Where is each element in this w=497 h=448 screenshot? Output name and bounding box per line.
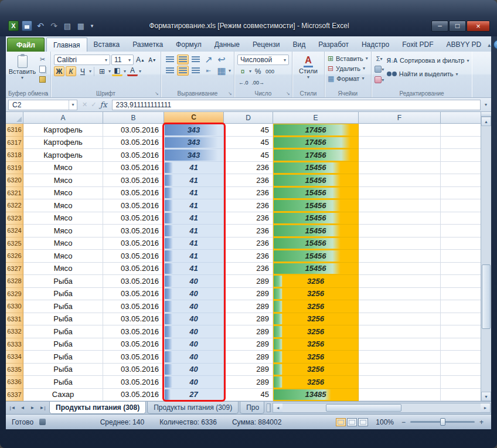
ribbon-tab[interactable]: Надстро [355,38,396,52]
align-bottom-icon[interactable] [190,55,202,65]
cell-date[interactable]: 03.05.2016 [103,313,164,326]
toolbar-grid-icon[interactable]: ▦ [76,21,86,31]
zoom-out-icon[interactable]: − [400,418,407,426]
comma-format-icon[interactable]: 000 [264,66,275,76]
row-header-6326[interactable]: 6326 [6,250,23,263]
format-cells-button[interactable]: ▦ Формат▾ [328,73,368,83]
prev-sheet-icon[interactable]: ◄ [18,403,27,412]
cell-d[interactable]: 289 [224,313,273,326]
paste-button[interactable]: Вставить ▾ [9,53,36,84]
cell-d[interactable]: 289 [224,275,273,288]
cell-e[interactable]: 15456 [273,187,359,200]
zoom-track[interactable] [410,421,475,423]
cell-e[interactable]: 15456 [273,225,359,237]
cell-d[interactable]: 236 [224,250,273,263]
cell-d[interactable]: 45 [224,137,273,150]
cell-d[interactable]: 289 [224,364,273,376]
cell-e[interactable]: 3256 [273,325,359,338]
cell-e[interactable]: 15456 [273,199,359,212]
cell-e[interactable]: 15456 [273,250,359,263]
scroll-right-icon[interactable]: ► [481,403,490,412]
cell-filler[interactable] [441,288,481,301]
vertical-scroll-thumb[interactable] [482,264,491,329]
macro-record-icon[interactable] [39,419,46,425]
cell-f[interactable] [359,162,441,175]
cell-filler[interactable] [441,313,481,326]
wrap-text-icon[interactable]: ↩ [216,55,227,65]
page-break-view-icon[interactable] [358,418,368,426]
alignment-dialog-launcher-icon[interactable]: ↘ [228,91,233,96]
row-header-6335[interactable]: 6335 [6,364,23,376]
row-header-6322[interactable]: 6322 [6,199,23,212]
fill-icon[interactable]: ▾ [375,65,384,74]
number-format-select[interactable]: Числовой▾ [237,55,289,65]
cell-d[interactable]: 45 [224,149,273,162]
percent-format-icon[interactable]: % [253,66,263,76]
next-sheet-icon[interactable]: ► [28,403,37,412]
cell-c-selected[interactable]: 343 [164,137,224,150]
styles-button[interactable]: А Стили ▾ [295,53,321,80]
cell-f[interactable] [359,124,441,137]
cell-filler[interactable] [441,237,481,250]
cell-d[interactable]: 289 [224,338,273,351]
cell-d[interactable]: 289 [224,288,273,301]
cell-product[interactable]: Мясо [23,237,103,250]
cell-c-selected[interactable]: 40 [164,338,224,351]
horizontal-scrollbar[interactable]: ◄ ► [273,403,491,413]
cell-product[interactable]: Картофель [23,124,103,137]
align-top-icon[interactable] [164,55,176,65]
cell-date[interactable]: 03.05.2016 [103,389,164,402]
cell-date[interactable]: 03.05.2016 [103,300,164,313]
sheet-tab[interactable]: Продукты питания (309) [147,402,239,414]
sort-filter-button[interactable]: Я↓А Сортировка и фильтр▾ [387,55,469,66]
first-sheet-icon[interactable]: |◄ [8,403,17,412]
sheet-tab[interactable]: Про [240,402,264,414]
format-painter-icon[interactable] [38,74,47,84]
row-header-6328[interactable]: 6328 [6,275,23,288]
cell-c-selected[interactable]: 41 [164,237,224,250]
cell-filler[interactable] [441,187,481,200]
row-header-6317[interactable]: 6317 [6,137,23,150]
cell-e[interactable]: 3256 [273,288,359,301]
cell-date[interactable]: 03.05.2016 [103,212,164,225]
cell-f[interactable] [359,263,441,276]
cell-date[interactable]: 03.05.2016 [103,124,164,137]
cell-product[interactable]: Сахар [23,389,103,402]
ribbon-tab[interactable]: Рецензи [246,38,286,52]
row-header-6324[interactable]: 6324 [6,225,23,237]
cell-f[interactable] [359,225,441,237]
insert-function-icon[interactable]: ƒx [100,100,107,109]
row-header-6337[interactable]: 6337 [6,389,23,402]
bold-button[interactable]: Ж [54,66,64,76]
cell-d[interactable]: 236 [224,174,273,187]
qat-dropdown-icon[interactable]: ▾ [89,21,95,31]
restore-button[interactable]: □ [449,21,466,32]
cell-filler[interactable] [441,225,481,237]
decrease-decimal-icon[interactable]: .00→ [250,77,265,87]
cell-e[interactable]: 17456 [273,137,359,150]
cell-d[interactable]: 236 [224,162,273,175]
cell-product[interactable]: Рыба [23,364,103,376]
cell-filler[interactable] [441,351,481,364]
cell-filler[interactable] [441,325,481,338]
cell-product[interactable]: Рыба [23,351,103,364]
toolbar-table-icon[interactable]: ▤ [62,21,73,31]
cell-date[interactable]: 03.05.2016 [103,162,164,175]
row-header-6336[interactable]: 6336 [6,376,23,389]
cell-date[interactable]: 03.05.2016 [103,137,164,150]
close-button[interactable]: × [467,21,490,32]
row-header-6316[interactable]: 6316 [6,124,23,137]
cell-f[interactable] [359,199,441,212]
cell-e[interactable]: 15456 [273,237,359,250]
currency-format-icon[interactable]: ¤ [237,66,248,76]
minimize-ribbon-icon[interactable]: ▴ [488,42,491,48]
find-select-button[interactable]: Найти и выделить▾ [387,68,469,80]
cell-date[interactable]: 03.05.2016 [103,187,164,200]
cell-f[interactable] [359,288,441,301]
cell-date[interactable]: 03.05.2016 [103,288,164,301]
cell-product[interactable]: Рыба [23,275,103,288]
cell-filler[interactable] [441,137,481,150]
cell-filler[interactable] [441,338,481,351]
align-center-icon[interactable] [177,66,189,76]
cell-filler[interactable] [441,250,481,263]
